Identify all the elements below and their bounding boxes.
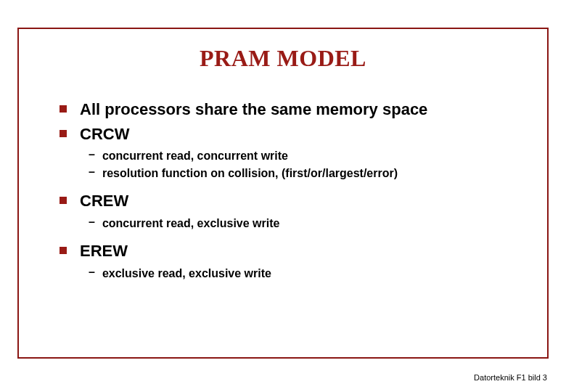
sub-bullet-item: – exclusive read, exclusive write (89, 266, 525, 282)
slide-title: PRAM MODEL (19, 45, 547, 72)
sub-bullet-text: resolution function on collision, (first… (102, 166, 398, 181)
bullet-text: All processors share the same memory spa… (80, 99, 427, 120)
bullet-item: EREW (60, 241, 525, 261)
sub-bullet-text: concurrent read, concurrent write (102, 148, 288, 164)
sub-bullet-item: – concurrent read, concurrent write (89, 148, 525, 164)
dash-icon: – (89, 166, 95, 179)
bullet-text: CREW (80, 191, 128, 211)
bullet-item: CREW (60, 191, 525, 211)
bullet-text: CRCW (80, 124, 129, 144)
sub-bullet-text: concurrent read, exclusive write (102, 216, 280, 232)
square-bullet-icon (60, 130, 67, 137)
dash-icon: – (89, 148, 95, 161)
bullet-item: CRCW (60, 124, 525, 144)
dash-icon: – (89, 216, 95, 229)
sub-bullet-group: – concurrent read, exclusive write (89, 216, 525, 232)
square-bullet-icon (60, 197, 67, 204)
sub-bullet-item: – resolution function on collision, (fir… (89, 166, 525, 181)
slide-frame: PRAM MODEL All processors share the same… (17, 28, 549, 359)
square-bullet-icon (60, 247, 67, 254)
sub-bullet-item: – concurrent read, exclusive write (89, 216, 525, 232)
slide-content: All processors share the same memory spa… (60, 99, 525, 281)
sub-bullet-text: exclusive read, exclusive write (102, 266, 271, 282)
slide-footer: Datorteknik F1 bild 3 (474, 373, 547, 382)
square-bullet-icon (60, 105, 67, 113)
sub-bullet-group: – concurrent read, concurrent write – re… (89, 148, 525, 181)
bullet-text: EREW (80, 241, 128, 261)
bullet-item: All processors share the same memory spa… (60, 99, 525, 120)
sub-bullet-group: – exclusive read, exclusive write (89, 266, 525, 282)
dash-icon: – (89, 266, 95, 279)
